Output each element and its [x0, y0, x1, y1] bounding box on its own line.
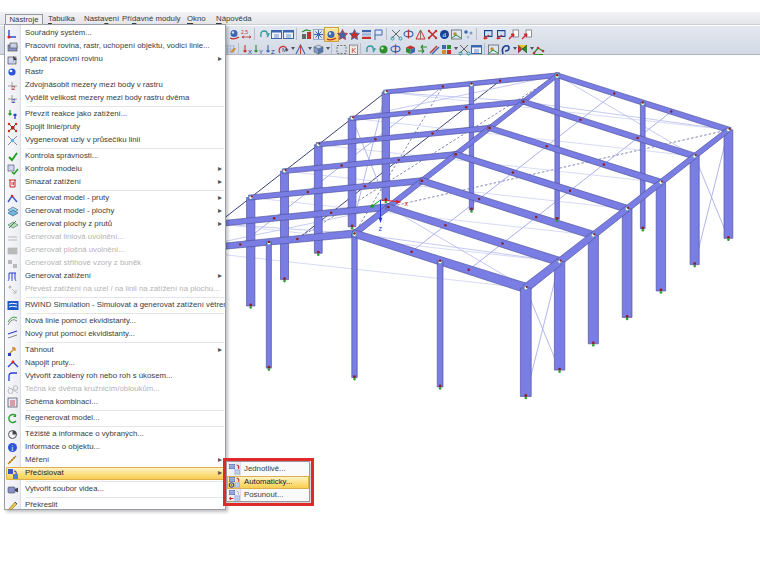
- svg-text:K: K: [352, 47, 357, 54]
- svg-text:Y: Y: [259, 49, 263, 55]
- svg-text:M: M: [282, 47, 287, 53]
- svg-text:x: x: [405, 200, 409, 207]
- svg-text:2,5: 2,5: [241, 29, 248, 35]
- svg-text:z: z: [379, 225, 383, 232]
- svg-text:X: X: [248, 49, 252, 55]
- svg-text:i: i: [11, 444, 13, 453]
- svg-text:Z: Z: [271, 49, 275, 55]
- svg-text:d: d: [443, 31, 447, 39]
